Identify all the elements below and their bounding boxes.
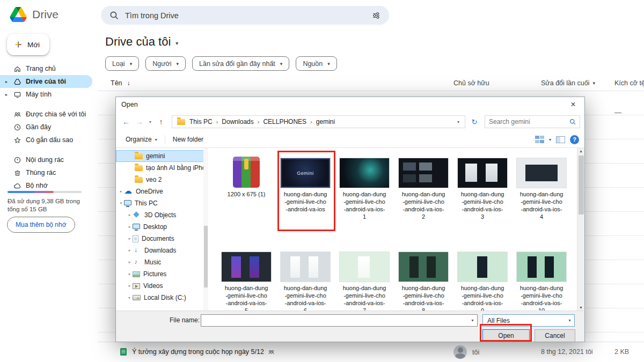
drive-search[interactable]: Tìm trong Drive — [101, 6, 389, 25]
file-item[interactable]: huong-dan-dung -gemini-live-cho -android… — [453, 247, 512, 311]
filter-chip[interactable]: Người ▾ — [145, 56, 186, 71]
tree-item[interactable]: ▸ Local Disk (C:) — [116, 292, 208, 304]
file-item[interactable]: huong-dan-dung -gemini-live-cho -android… — [276, 247, 335, 311]
tree-expander-icon[interactable]: ▸ — [127, 225, 133, 229]
breadcrumb-segment[interactable]: gemini › — [314, 118, 337, 125]
column-header-size[interactable]: Kích cỡ tệ — [614, 79, 644, 87]
breadcrumb-separator-icon[interactable]: › — [215, 119, 220, 125]
exp-caret-icon[interactable]: ▸ — [4, 79, 9, 84]
column-header-name[interactable]: Tên ↓ — [111, 79, 130, 87]
tree-item[interactable]: ▸ Downloads — [116, 245, 208, 256]
file-name-combo: ▾ — [201, 314, 478, 327]
scrollbar-thumb[interactable] — [579, 156, 584, 215]
new-button[interactable]: Mới — [7, 34, 49, 55]
file-item[interactable]: Gemini huong-dan-dung -gemini-live-cho -… — [276, 153, 335, 220]
close-button[interactable]: × — [562, 97, 584, 112]
drive-file-row[interactable]: Ý tưởng xây dựng trong cuộc họp ngày 5/1… — [98, 342, 644, 362]
breadcrumb-segment[interactable]: Downloads › — [219, 118, 261, 125]
dialog-titlebar[interactable]: Open × — [116, 97, 584, 112]
combo-arrow-icon[interactable]: ▾ — [468, 315, 477, 326]
filter-chip[interactable]: Lần sửa đổi gần đây nhất ▾ — [192, 56, 289, 71]
tree-item[interactable]: tạo ảnh AI bằng iPhone — [116, 162, 208, 174]
sidebar-item-spam[interactable]: Nội dung rác — [0, 153, 92, 166]
filter-chip[interactable]: Nguồn ▾ — [296, 56, 336, 71]
chevron-down-icon: ▾ — [130, 61, 133, 67]
tree-item[interactable]: ▸ Videos — [116, 280, 208, 292]
breadcrumb-segment-label: gemini — [314, 118, 337, 125]
scrollbar-thumb[interactable] — [204, 226, 208, 287]
tree-expander-icon[interactable]: ▸ — [127, 260, 133, 264]
breadcrumb-separator-icon[interactable]: › — [256, 119, 261, 125]
view-mode-icon[interactable] — [535, 136, 544, 143]
file-item[interactable]: 644 x 362 (1) — [217, 153, 276, 220]
breadcrumb-segment[interactable]: This PC › — [187, 118, 219, 125]
preview-pane-icon[interactable] — [556, 136, 565, 143]
file-item[interactable]: huong-dan-dung -gemini-live-cho -android… — [394, 247, 453, 311]
exp-caret-icon[interactable]: ▸ — [4, 92, 9, 97]
refresh-button[interactable]: ↻ — [468, 118, 481, 126]
address-bar[interactable]: This PC › Downloads › CELLPHONES › — [172, 115, 465, 128]
file-name-input[interactable] — [201, 315, 468, 326]
sidebar-item-shared-with-me[interactable]: Được chia sẻ với tôi — [0, 108, 92, 121]
column-header-owner[interactable]: Chủ sở hữu — [453, 79, 489, 87]
cancel-button[interactable]: Cancel — [535, 329, 575, 342]
breadcrumb-separator-icon[interactable]: › — [309, 119, 314, 125]
drive-logo[interactable]: Drive — [10, 7, 58, 22]
tree-expander-icon[interactable]: ▸ — [127, 295, 133, 300]
tune-icon[interactable] — [372, 11, 380, 20]
address-caret-icon[interactable]: ▾ — [455, 120, 462, 124]
tree-item[interactable]: ▸ Documents — [116, 233, 208, 245]
sidebar-item-recent[interactable]: Gần đây — [0, 121, 92, 134]
tree-expander-icon[interactable]: ▸ — [127, 237, 133, 241]
sidebar-item-home[interactable]: Trang chủ — [0, 62, 92, 75]
column-header-modified[interactable]: Sửa đổi lần cuối ▾ — [541, 79, 595, 87]
file-item[interactable]: huong-dan-dung -gemini-live-cho -android… — [512, 247, 571, 311]
file-item[interactable]: huong-dan-dung -gemini-live-cho -android… — [394, 153, 453, 220]
tree-item[interactable]: ▸ Desktop — [116, 221, 208, 233]
file-thumbnail — [340, 252, 389, 282]
buy-storage-button[interactable]: Mua thêm bộ nhớ — [7, 217, 75, 233]
files-scrollbar[interactable] — [577, 148, 584, 311]
file-item[interactable]: huong-dan-dung -gemini-live-cho -android… — [217, 247, 276, 311]
chevron-down-icon: ▾ — [177, 61, 179, 67]
tree-item[interactable]: ▾ This PC — [116, 197, 208, 209]
history-caret-icon[interactable]: ▾ — [147, 120, 153, 124]
forward-button[interactable]: → — [134, 117, 145, 126]
tree-expander-icon[interactable]: ▸ — [127, 248, 133, 253]
open-button[interactable]: Open — [482, 329, 530, 342]
tree-item[interactable]: ▸ Music — [116, 256, 208, 268]
up-button[interactable]: ↑ — [155, 117, 167, 126]
file-type-select[interactable]: All Files ▾ — [482, 314, 575, 327]
breadcrumb-segment[interactable]: CELLPHONES › — [261, 118, 313, 125]
file-item[interactable]: huong-dan-dung -gemini-live-cho -android… — [512, 153, 571, 220]
dialog-search-input[interactable]: Search gemini — [485, 115, 580, 128]
view-caret-icon[interactable]: ▾ — [549, 137, 551, 142]
sidebar-item-trash[interactable]: Thùng rác — [0, 166, 92, 179]
tree-expander-icon[interactable]: ▾ — [118, 201, 124, 205]
tree-item[interactable]: veo 2 — [116, 174, 208, 186]
sidebar-item-starred[interactable]: Có gắn dấu sao — [0, 134, 92, 146]
file-item[interactable]: huong-dan-dung -gemini-live-cho -android… — [453, 153, 512, 220]
back-button[interactable]: ← — [120, 117, 132, 126]
page-title[interactable]: Drive của tôi ▾ — [105, 35, 178, 49]
breadcrumb-segment-label: CELLPHONES — [261, 118, 309, 125]
tree-item[interactable]: ▸ 3D Objects — [116, 209, 208, 221]
tree-expander-icon[interactable]: ▸ — [127, 213, 133, 217]
new-folder-button[interactable]: New folder — [169, 134, 208, 145]
sidebar-item-my-drive[interactable]: ▸ Drive của tôi — [0, 75, 92, 88]
tree-item[interactable]: ▸ Pictures — [116, 268, 208, 280]
sidebar-item-computers[interactable]: ▸ Máy tính — [0, 88, 92, 101]
tree-expander-icon[interactable]: ▸ — [127, 272, 133, 276]
tree-scrollbar[interactable] — [203, 148, 208, 311]
tree-item[interactable]: gemini — [116, 150, 208, 162]
sidebar-item-storage[interactable]: Bộ nhớ — [0, 179, 92, 192]
filter-chip[interactable]: Loại ▾ — [105, 56, 139, 71]
file-item[interactable]: huong-dan-dung -gemini-live-cho -android… — [335, 247, 394, 311]
tree-expander-icon[interactable]: ▸ — [127, 284, 133, 288]
tree-expander-icon[interactable]: ▸ — [118, 189, 124, 194]
tree-item[interactable]: ▸ OneDrive — [116, 186, 208, 197]
file-item[interactable]: huong-dan-dung -gemini-live-cho -android… — [335, 153, 394, 220]
help-icon[interactable]: ? — [570, 135, 579, 144]
organize-button[interactable]: Organize ▾ — [121, 134, 162, 145]
breadcrumb-segment-label: Downloads — [219, 118, 255, 125]
